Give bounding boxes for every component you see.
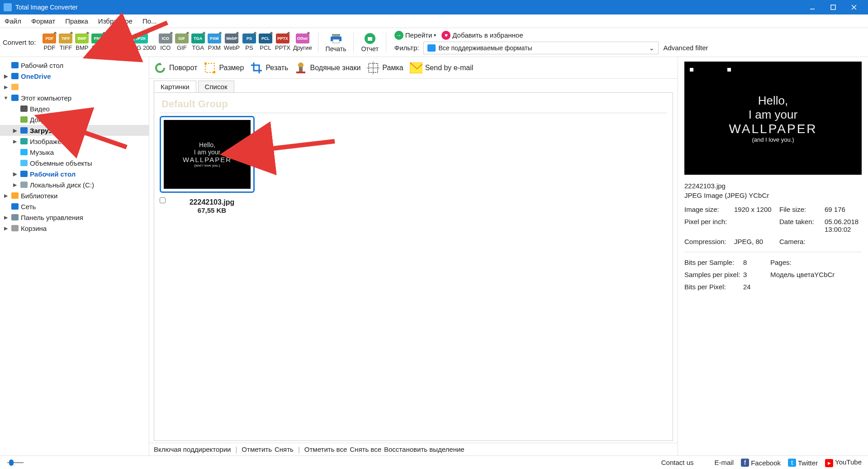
tab-list[interactable]: Список xyxy=(198,81,234,92)
format-gif-button[interactable]: GIFGIF xyxy=(175,34,189,51)
tree-item[interactable]: ▶Панель управления xyxy=(0,212,149,223)
include-subdirs-link[interactable]: Включая поддиректории xyxy=(154,445,231,453)
format-pxm-button[interactable]: PXMPXM xyxy=(208,34,221,51)
email-link[interactable]: E-mail xyxy=(714,459,734,466)
op-mail-button[interactable]: Send by e-mail xyxy=(410,62,474,74)
folder-icon xyxy=(11,192,19,199)
menu-help[interactable]: По... xyxy=(142,17,157,25)
svg-rect-18 xyxy=(20,160,28,166)
print-button[interactable]: Печать xyxy=(326,33,346,53)
stamp-icon xyxy=(294,62,307,74)
svg-rect-22 xyxy=(11,203,19,210)
twitter-icon: t xyxy=(788,459,796,467)
close-button[interactable] xyxy=(844,0,864,14)
menu-file[interactable]: Файл xyxy=(5,17,21,25)
zoom-slider[interactable] xyxy=(6,456,24,469)
format-pcl-button[interactable]: PCLPCL xyxy=(259,34,272,51)
svg-rect-19 xyxy=(20,171,28,177)
facebook-link[interactable]: Facebook xyxy=(751,459,781,466)
advanced-filter-link[interactable]: Advanced filter xyxy=(663,44,708,52)
tree-item[interactable]: Музыка xyxy=(0,147,149,158)
op-crop-button[interactable]: Резать xyxy=(250,62,288,74)
thumbnail-filename: 22242103.jpg xyxy=(169,198,255,206)
tab-pictures[interactable]: Картинки xyxy=(154,81,196,93)
menu-edit[interactable]: Правка xyxy=(65,17,88,25)
format-tiff-button[interactable]: TIFFTIFF xyxy=(59,34,72,51)
thumbnail-checkbox[interactable] xyxy=(160,197,166,203)
format-другие-button[interactable]: OtherДругие xyxy=(293,34,312,51)
format-pptx-button[interactable]: PPTXPPTX xyxy=(275,34,290,51)
folder-icon xyxy=(20,116,28,123)
format-badge-icon: WebP xyxy=(225,34,238,43)
tree-item[interactable]: Документы xyxy=(0,114,149,125)
op-stamp-button[interactable]: Водяные знаки xyxy=(294,62,360,74)
tree-item[interactable]: ▶Загрузки xyxy=(0,125,149,136)
tree-item[interactable]: ▶Библиотеки xyxy=(0,190,149,201)
tree-item[interactable]: Видео xyxy=(0,103,149,114)
tree-item[interactable]: ▶Изображения xyxy=(0,136,149,147)
report-icon xyxy=(363,33,377,44)
restore-selection-link[interactable]: Восстановить выделение xyxy=(384,445,465,453)
tree-item[interactable]: Рабочий стол xyxy=(0,60,149,71)
svg-rect-23 xyxy=(11,214,19,220)
tree-item[interactable]: ▶OneDrive xyxy=(0,71,149,81)
format-jpeg-button[interactable]: JPEGJPEG xyxy=(108,34,123,51)
contact-us-link[interactable]: Contact us xyxy=(661,459,694,466)
report-button[interactable]: Отчет xyxy=(361,33,378,53)
twitter-link[interactable]: Twitter xyxy=(798,459,818,466)
format-pdf-button[interactable]: PDFPDF xyxy=(43,34,56,51)
folder-icon xyxy=(11,214,19,221)
chevron-down-icon: ⌄ xyxy=(649,44,655,52)
thumbnail-image: Hello, I am your WALLPAPER (and I love y… xyxy=(160,116,255,193)
format-png-button[interactable]: PNGPNG xyxy=(91,34,105,51)
format-badge-icon: PNG xyxy=(91,34,105,43)
format-ico-button[interactable]: ICOICO xyxy=(159,34,172,51)
view-tabs: Картинки Список xyxy=(149,79,678,92)
svg-rect-9 xyxy=(11,62,19,68)
format-badge-icon: PPTX xyxy=(276,34,289,43)
uncheck-all-link[interactable]: Снять все xyxy=(350,445,381,453)
check-all-link[interactable]: Отметить все xyxy=(304,445,347,453)
op-frame-button[interactable]: Рамка xyxy=(367,62,403,74)
printer-icon xyxy=(329,33,343,44)
menu-favorites[interactable]: Избранное xyxy=(98,17,133,25)
format-jpeg 2000-button[interactable]: JP2KJPEG 2000 xyxy=(126,34,156,51)
tree-item[interactable]: ▶Рабочий стол xyxy=(0,168,149,179)
filter-dropdown[interactable]: Все поддерживаемые форматы ⌄ xyxy=(423,42,659,54)
menu-format[interactable]: Формат xyxy=(31,17,55,25)
expand-icon: ▶ xyxy=(3,193,9,199)
info-filename: 22242103.jpg xyxy=(684,182,862,190)
op-resize-button[interactable]: Размер xyxy=(204,62,244,74)
svg-rect-8 xyxy=(368,37,372,41)
tree-item[interactable]: Объемные объекты xyxy=(0,158,149,168)
format-bmp-button[interactable]: BMPBMP xyxy=(75,34,89,51)
op-rotate-button[interactable]: Поворот xyxy=(154,62,197,74)
go-button[interactable]: → Перейти▾ xyxy=(394,31,436,40)
format-badge-icon: JPEG xyxy=(109,34,122,43)
format-tga-button[interactable]: TGATGA xyxy=(191,34,205,51)
maximize-button[interactable] xyxy=(823,0,844,14)
selection-bar: Включая поддиректории| Отметить Снять| О… xyxy=(149,443,678,455)
tree-item[interactable]: ▶Корзина xyxy=(0,223,149,234)
expand-icon: ▶ xyxy=(12,128,18,134)
format-badge-icon: JP2K xyxy=(134,34,148,43)
svg-rect-10 xyxy=(11,73,19,79)
minimize-button[interactable] xyxy=(802,0,823,14)
tree-item[interactable]: Сеть xyxy=(0,201,149,212)
tree-item[interactable]: ▶ xyxy=(0,81,149,92)
check-link[interactable]: Отметить xyxy=(242,445,272,453)
expand-icon: ▼ xyxy=(3,95,9,100)
thumbnail-item[interactable]: Hello, I am your WALLPAPER (and I love y… xyxy=(160,116,255,214)
format-webp-button[interactable]: WebPWebP xyxy=(224,34,240,51)
svg-rect-21 xyxy=(11,192,19,199)
separator xyxy=(386,33,386,53)
uncheck-link[interactable]: Снять xyxy=(275,445,294,453)
tree-item[interactable]: ▶Локальный диск (C:) xyxy=(0,179,149,190)
svg-rect-24 xyxy=(11,225,19,231)
tree-item[interactable]: ▼Этот компьютер xyxy=(0,92,149,103)
youtube-link[interactable]: YouTube xyxy=(835,458,862,466)
format-ps-button[interactable]: PSPS xyxy=(242,34,256,51)
add-favorite-button[interactable]: ♥ Добавить в избранное xyxy=(441,31,523,40)
thumbnail-filesize: 67,55 KB xyxy=(169,206,255,214)
svg-rect-17 xyxy=(20,149,28,155)
